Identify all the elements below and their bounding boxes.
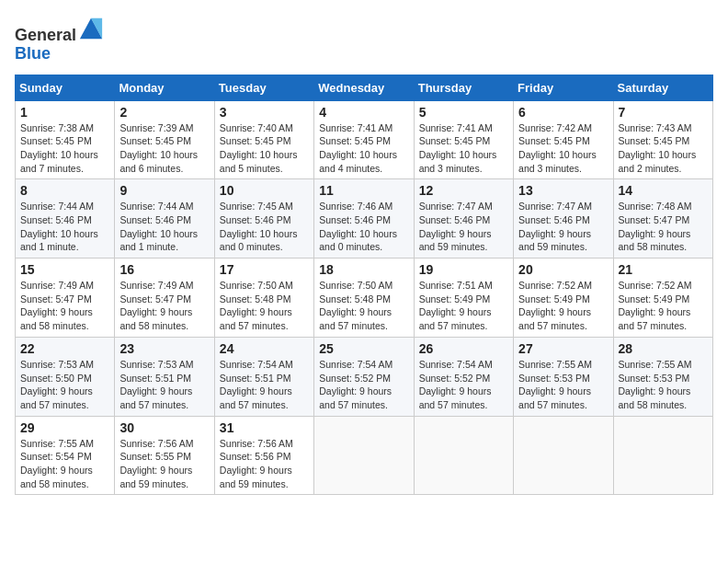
calendar-week-5: 29 Sunrise: 7:55 AMSunset: 5:54 PMDaylig… [16, 416, 713, 495]
calendar-cell [414, 416, 513, 495]
weekday-header-thursday: Thursday [414, 75, 513, 100]
calendar-cell: 1 Sunrise: 7:38 AMSunset: 5:45 PMDayligh… [16, 100, 115, 179]
day-number: 30 [119, 420, 209, 435]
day-number: 28 [619, 341, 708, 356]
calendar-cell: 11 Sunrise: 7:46 AMSunset: 5:46 PMDaylig… [314, 179, 414, 259]
day-info: Sunrise: 7:46 AMSunset: 5:46 PMDaylight:… [319, 200, 408, 254]
calendar-cell: 29 Sunrise: 7:55 AMSunset: 5:54 PMDaylig… [16, 416, 115, 495]
calendar-week-4: 22 Sunrise: 7:53 AMSunset: 5:50 PMDaylig… [16, 337, 713, 416]
calendar-cell: 8 Sunrise: 7:44 AMSunset: 5:46 PMDayligh… [16, 179, 115, 259]
calendar-cell: 20 Sunrise: 7:52 AMSunset: 5:49 PMDaylig… [514, 259, 613, 338]
day-number: 25 [319, 341, 408, 356]
day-info: Sunrise: 7:55 AMSunset: 5:54 PMDaylight:… [20, 437, 109, 491]
day-number: 31 [220, 420, 309, 435]
day-number: 27 [518, 341, 608, 356]
calendar-cell: 22 Sunrise: 7:53 AMSunset: 5:50 PMDaylig… [16, 337, 115, 416]
calendar-cell: 4 Sunrise: 7:41 AMSunset: 5:45 PMDayligh… [314, 100, 414, 179]
calendar-cell: 9 Sunrise: 7:44 AMSunset: 5:46 PMDayligh… [115, 179, 214, 259]
day-number: 29 [20, 420, 109, 435]
calendar-cell: 26 Sunrise: 7:54 AMSunset: 5:52 PMDaylig… [414, 337, 513, 416]
day-info: Sunrise: 7:45 AMSunset: 5:46 PMDaylight:… [220, 200, 309, 254]
day-info: Sunrise: 7:52 AMSunset: 5:49 PMDaylight:… [619, 279, 708, 333]
day-info: Sunrise: 7:56 AMSunset: 5:55 PMDaylight:… [119, 437, 209, 491]
calendar-cell [514, 416, 613, 495]
calendar-cell: 19 Sunrise: 7:51 AMSunset: 5:49 PMDaylig… [414, 259, 513, 338]
day-number: 24 [220, 341, 309, 356]
calendar-cell: 27 Sunrise: 7:55 AMSunset: 5:53 PMDaylig… [514, 337, 613, 416]
weekday-header-monday: Monday [115, 75, 214, 100]
calendar-cell: 13 Sunrise: 7:47 AMSunset: 5:46 PMDaylig… [514, 179, 613, 259]
day-info: Sunrise: 7:42 AMSunset: 5:45 PMDaylight:… [518, 121, 608, 176]
calendar-cell: 31 Sunrise: 7:56 AMSunset: 5:56 PMDaylig… [214, 416, 313, 495]
day-info: Sunrise: 7:47 AMSunset: 5:46 PMDaylight:… [419, 200, 508, 254]
day-number: 22 [20, 341, 109, 356]
day-info: Sunrise: 7:55 AMSunset: 5:53 PMDaylight:… [518, 358, 608, 412]
page-header: General Blue [15, 15, 713, 63]
day-number: 1 [20, 105, 109, 120]
calendar-week-1: 1 Sunrise: 7:38 AMSunset: 5:45 PMDayligh… [16, 100, 713, 179]
day-number: 19 [419, 262, 508, 277]
day-number: 17 [220, 262, 309, 277]
day-info: Sunrise: 7:54 AMSunset: 5:51 PMDaylight:… [220, 358, 309, 412]
day-number: 11 [319, 183, 408, 198]
day-number: 21 [619, 262, 708, 277]
calendar-cell: 18 Sunrise: 7:50 AMSunset: 5:48 PMDaylig… [314, 259, 414, 338]
calendar-cell: 10 Sunrise: 7:45 AMSunset: 5:46 PMDaylig… [214, 179, 313, 259]
day-info: Sunrise: 7:53 AMSunset: 5:51 PMDaylight:… [119, 358, 209, 412]
day-info: Sunrise: 7:49 AMSunset: 5:47 PMDaylight:… [20, 279, 109, 333]
logo-icon [78, 15, 104, 40]
calendar-cell: 23 Sunrise: 7:53 AMSunset: 5:51 PMDaylig… [115, 337, 214, 416]
day-number: 23 [119, 341, 209, 356]
logo-general: General [15, 26, 76, 44]
weekday-header-saturday: Saturday [613, 75, 712, 100]
calendar-cell: 2 Sunrise: 7:39 AMSunset: 5:45 PMDayligh… [115, 100, 214, 179]
logo: General Blue [15, 15, 104, 63]
calendar-cell [314, 416, 414, 495]
calendar-header-row: SundayMondayTuesdayWednesdayThursdayFrid… [16, 75, 713, 100]
day-number: 20 [518, 262, 608, 277]
day-info: Sunrise: 7:44 AMSunset: 5:46 PMDaylight:… [119, 200, 209, 254]
day-info: Sunrise: 7:53 AMSunset: 5:50 PMDaylight:… [20, 358, 109, 412]
day-number: 15 [20, 262, 109, 277]
day-info: Sunrise: 7:39 AMSunset: 5:45 PMDaylight:… [119, 121, 209, 176]
calendar-week-2: 8 Sunrise: 7:44 AMSunset: 5:46 PMDayligh… [16, 179, 713, 259]
day-info: Sunrise: 7:55 AMSunset: 5:53 PMDaylight:… [619, 358, 708, 412]
weekday-header-tuesday: Tuesday [214, 75, 313, 100]
calendar-cell: 28 Sunrise: 7:55 AMSunset: 5:53 PMDaylig… [613, 337, 712, 416]
day-number: 13 [518, 183, 608, 198]
weekday-header-friday: Friday [514, 75, 613, 100]
calendar-week-3: 15 Sunrise: 7:49 AMSunset: 5:47 PMDaylig… [16, 259, 713, 338]
day-info: Sunrise: 7:44 AMSunset: 5:46 PMDaylight:… [20, 200, 109, 254]
calendar-body: 1 Sunrise: 7:38 AMSunset: 5:45 PMDayligh… [16, 100, 713, 495]
day-number: 2 [119, 105, 209, 120]
calendar-cell: 3 Sunrise: 7:40 AMSunset: 5:45 PMDayligh… [214, 100, 313, 179]
day-info: Sunrise: 7:47 AMSunset: 5:46 PMDaylight:… [518, 200, 608, 254]
day-number: 12 [419, 183, 508, 198]
day-number: 16 [119, 262, 209, 277]
calendar-cell: 24 Sunrise: 7:54 AMSunset: 5:51 PMDaylig… [214, 337, 313, 416]
day-number: 5 [419, 105, 508, 120]
calendar-cell: 15 Sunrise: 7:49 AMSunset: 5:47 PMDaylig… [16, 259, 115, 338]
day-info: Sunrise: 7:48 AMSunset: 5:47 PMDaylight:… [619, 200, 708, 254]
weekday-header-wednesday: Wednesday [314, 75, 414, 100]
day-number: 4 [319, 105, 408, 120]
day-info: Sunrise: 7:54 AMSunset: 5:52 PMDaylight:… [419, 358, 508, 412]
day-info: Sunrise: 7:56 AMSunset: 5:56 PMDaylight:… [220, 437, 309, 491]
day-number: 6 [518, 105, 608, 120]
calendar-cell: 17 Sunrise: 7:50 AMSunset: 5:48 PMDaylig… [214, 259, 313, 338]
calendar-cell: 7 Sunrise: 7:43 AMSunset: 5:45 PMDayligh… [613, 100, 712, 179]
day-info: Sunrise: 7:52 AMSunset: 5:49 PMDaylight:… [518, 279, 608, 333]
day-number: 18 [319, 262, 408, 277]
calendar-cell [613, 416, 712, 495]
logo-blue: Blue [15, 44, 51, 63]
calendar-cell: 25 Sunrise: 7:54 AMSunset: 5:52 PMDaylig… [314, 337, 414, 416]
day-number: 14 [619, 183, 708, 198]
day-info: Sunrise: 7:38 AMSunset: 5:45 PMDaylight:… [20, 121, 109, 176]
day-info: Sunrise: 7:40 AMSunset: 5:45 PMDaylight:… [220, 121, 309, 176]
day-info: Sunrise: 7:50 AMSunset: 5:48 PMDaylight:… [319, 279, 408, 333]
day-number: 26 [419, 341, 508, 356]
calendar-cell: 12 Sunrise: 7:47 AMSunset: 5:46 PMDaylig… [414, 179, 513, 259]
calendar-cell: 5 Sunrise: 7:41 AMSunset: 5:45 PMDayligh… [414, 100, 513, 179]
calendar-cell: 16 Sunrise: 7:49 AMSunset: 5:47 PMDaylig… [115, 259, 214, 338]
weekday-header-sunday: Sunday [16, 75, 115, 100]
